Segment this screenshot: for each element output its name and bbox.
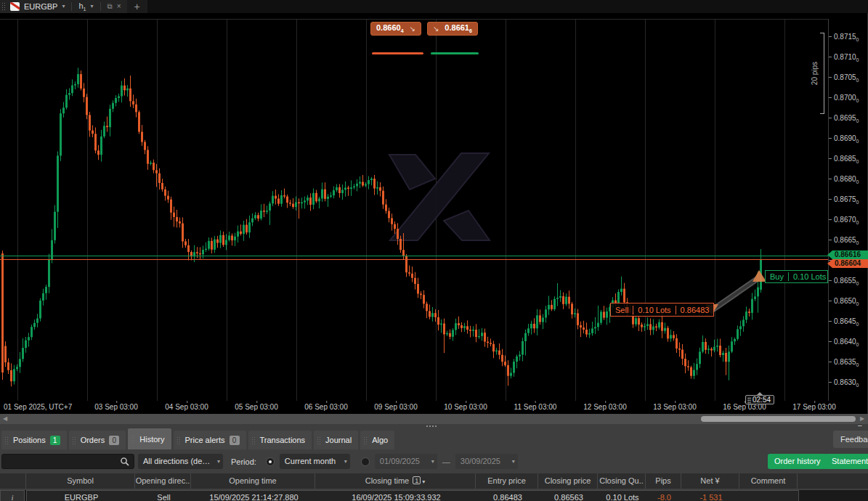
column-header-closing_price[interactable]: Closing price	[538, 473, 598, 489]
bid-price: 0.86604	[376, 23, 404, 33]
tabbar-empty-area	[147, 0, 868, 13]
tab-drag-handle	[317, 436, 321, 444]
panel-tab-positions[interactable]: Positions1	[1, 431, 67, 449]
bid-price-tag: 0.86604	[827, 259, 868, 268]
column-header-entry_price[interactable]: Entry price	[476, 473, 538, 489]
date-range-separator: —	[442, 457, 450, 466]
tab-label: Journal	[325, 436, 352, 444]
cell-net: -1 531	[682, 491, 740, 501]
tab-label: History	[139, 435, 164, 444]
timeframe-label[interactable]: h1	[78, 1, 86, 12]
history-table-row[interactable]: i EURGBPSell15/09/2025 21:14:27.88016/09…	[0, 490, 868, 501]
period-select[interactable]: Current month	[280, 454, 350, 469]
scroll-left-icon[interactable]: ◀	[3, 415, 7, 423]
column-header-direction[interactable]: Opening direc..	[135, 473, 191, 489]
symbol-dropdown-caret-icon[interactable]: ▾	[62, 4, 65, 9]
sell-price: 0.86483	[676, 306, 714, 314]
directions-filter-select[interactable]: All directions (de…	[138, 454, 223, 469]
column-header-closing_qty[interactable]: Closing Qu..	[598, 473, 646, 489]
candles-layer	[1, 68, 762, 386]
sell-underline	[372, 52, 423, 54]
date-to-select[interactable]: 30/09/2025	[455, 454, 518, 469]
price-axis-label: 0.86350	[829, 358, 859, 367]
chart-scrollbar-thumb[interactable]	[701, 416, 856, 422]
panel-tab-journal[interactable]: Journal	[314, 431, 358, 449]
tab-label: Orders	[81, 436, 105, 444]
column-header-symbol[interactable]: Symbol	[26, 473, 135, 489]
new-chart-tab-button[interactable]: +	[127, 0, 147, 13]
time-axis-label: 12 Sep 03:00	[583, 403, 627, 411]
buy-position-label[interactable]: Buy0.10 Lots0.8	[765, 270, 828, 283]
chart-scrollbar-track[interactable]: ◀ ▶	[0, 414, 868, 424]
detach-chart-icon[interactable]: ⧉	[108, 3, 113, 10]
panel-tab-orders[interactable]: Orders0	[69, 431, 126, 449]
chart-tab-eurgbp[interactable]: EURGBP ▾ h1 ▾ ⧉ ×	[0, 0, 127, 13]
cell-opening_time: 15/09/2025 21:14:27.880	[192, 491, 316, 501]
buy-underline	[431, 52, 479, 54]
period-radio-selected[interactable]	[266, 457, 275, 466]
sell-volume: 0.10 Lots	[633, 306, 675, 314]
watermark-logo	[389, 153, 490, 240]
panel-tabs: Positions1Orders0HistoryPrice alerts0Tra…	[0, 428, 394, 449]
feedback-button[interactable]: Feedback	[833, 431, 868, 448]
date-from-select[interactable]: 01/09/2025	[375, 454, 437, 469]
tab-label: Transactions	[260, 436, 306, 444]
panel-tab-history[interactable]: History	[128, 428, 171, 449]
timeframe-dropdown-caret-icon[interactable]: ▾	[91, 4, 94, 9]
sell-quote-button[interactable]: 0.86604 ↘	[370, 22, 421, 36]
buy-side: Buy	[766, 272, 788, 281]
tab-count-badge: 1	[50, 436, 60, 445]
cell-closing_time: 16/09/2025 15:09:33.932	[316, 491, 476, 501]
tab-count-badge: 0	[230, 436, 240, 445]
panel-resize-handle[interactable]	[426, 425, 437, 428]
quote-panel: 0.86604 ↘ ↘ 0.86616	[370, 22, 478, 36]
search-input[interactable]	[1, 454, 134, 469]
symbol-logo-icon	[10, 2, 20, 11]
column-header-closing_time[interactable]: Closing time 1▾	[315, 473, 476, 489]
order-history-button[interactable]: Order history	[768, 454, 827, 469]
column-header-pips[interactable]: Pips	[646, 473, 681, 489]
pips-scale-indicator: 20 pips	[808, 33, 827, 114]
column-header-comment[interactable]: Comment	[739, 473, 798, 489]
sell-side: Sell	[611, 306, 633, 314]
tab-label: Algo	[372, 436, 388, 444]
time-axis-label: 09 Sep 03:00	[374, 403, 418, 411]
time-axis-label: 01 Sep 2025, UTC+7	[4, 403, 72, 411]
statement-button[interactable]: Statement	[825, 454, 868, 469]
price-axis-label: 0.86900	[829, 134, 859, 143]
panel-minimize-icon[interactable]: −	[858, 421, 862, 430]
cell-closing_price: 0.86563	[539, 491, 599, 501]
price-axis[interactable]: 0.871500.871000.870500.870000.869500.869…	[828, 19, 868, 401]
candlestick-plot[interactable]	[0, 19, 828, 401]
price-axis-label: 0.86550	[829, 277, 859, 285]
tab-drag-handle[interactable]	[1, 2, 6, 11]
price-axis-label: 0.86500	[829, 297, 859, 306]
price-axis-label: 0.86400	[829, 338, 859, 346]
price-axis-label: 0.86450	[829, 317, 859, 326]
buy-quote-button[interactable]: ↘ 0.86616	[427, 22, 478, 36]
price-axis-label: 0.86800	[829, 175, 859, 184]
tab-drag-handle	[4, 436, 9, 444]
panel-tab-transactions[interactable]: Transactions	[248, 431, 312, 449]
price-axis-label: 0.86950	[829, 114, 859, 123]
row-info-icon[interactable]: i	[0, 490, 25, 501]
tab-drag-handle	[177, 436, 181, 444]
tab-drag-handle	[251, 436, 256, 444]
search-icon	[120, 457, 130, 467]
column-header-net[interactable]: Net ¥	[681, 473, 739, 489]
cell-comment	[740, 491, 798, 501]
divider	[100, 2, 101, 11]
price-axis-label: 0.86850	[829, 155, 859, 163]
time-axis[interactable]: 01 Sep 2025, UTC+703 Sep 03:0004 Sep 03:…	[0, 401, 828, 414]
chart-tabbar: EURGBP ▾ h1 ▾ ⧉ × +	[0, 0, 868, 13]
history-table-header: SymbolOpening direc..Opening timeClosing…	[0, 473, 868, 489]
column-header-opening_time[interactable]: Opening time	[191, 473, 315, 489]
price-axis-label: 0.87000	[829, 94, 859, 102]
panel-tab-price-alerts[interactable]: Price alerts0	[174, 431, 246, 449]
cell-direction: Sell	[136, 491, 192, 501]
trading-app-window: EURGBP ▾ h1 ▾ ⧉ × +	[0, 0, 868, 501]
sell-position-label[interactable]: Sell0.10 Lots0.86483	[610, 303, 714, 317]
custom-range-radio[interactable]	[361, 457, 370, 466]
close-tab-icon[interactable]: ×	[117, 3, 121, 10]
panel-tab-algo[interactable]: Algo	[360, 431, 394, 449]
